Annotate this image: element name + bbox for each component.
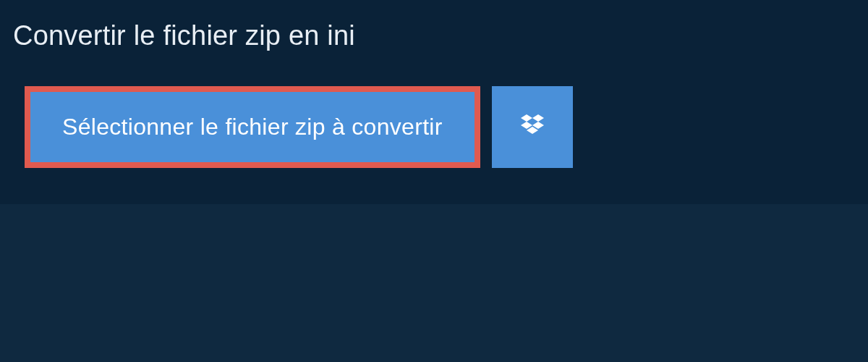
dropbox-icon	[518, 111, 547, 143]
button-row: Sélectionner le fichier zip à convertir	[0, 72, 868, 175]
page-title: Convertir le fichier zip en ini	[13, 20, 355, 51]
select-file-button[interactable]: Sélectionner le fichier zip à convertir	[25, 86, 480, 168]
select-file-label: Sélectionner le fichier zip à convertir	[62, 114, 443, 140]
converter-panel: Convertir le fichier zip en ini Sélectio…	[0, 0, 868, 204]
dropbox-button[interactable]	[492, 86, 573, 168]
title-bar: Convertir le fichier zip en ini	[0, 0, 384, 72]
